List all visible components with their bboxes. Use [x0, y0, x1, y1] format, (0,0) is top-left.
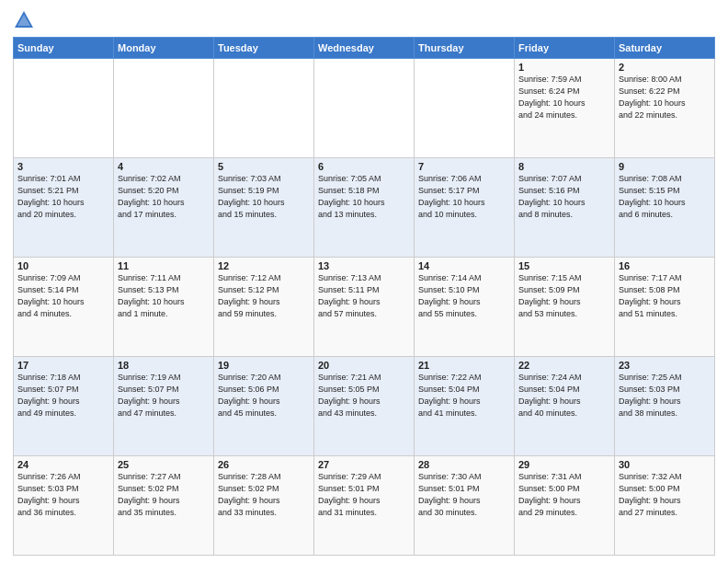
day-cell-3: 3Sunrise: 7:01 AM Sunset: 5:21 PM Daylig…	[14, 158, 114, 258]
empty-cell	[114, 59, 214, 158]
day-info: Sunrise: 7:29 AM Sunset: 5:01 PM Dayligh…	[318, 471, 410, 519]
day-info: Sunrise: 7:15 AM Sunset: 5:09 PM Dayligh…	[518, 272, 610, 320]
day-number: 23	[619, 360, 711, 371]
day-cell-13: 13Sunrise: 7:13 AM Sunset: 5:11 PM Dayli…	[314, 258, 415, 357]
day-cell-27: 27Sunrise: 7:29 AM Sunset: 5:01 PM Dayli…	[314, 456, 415, 556]
day-cell-12: 12Sunrise: 7:12 AM Sunset: 5:12 PM Dayli…	[214, 258, 314, 357]
empty-cell	[214, 59, 314, 158]
day-info: Sunrise: 7:27 AM Sunset: 5:02 PM Dayligh…	[118, 471, 210, 519]
day-cell-22: 22Sunrise: 7:24 AM Sunset: 5:04 PM Dayli…	[515, 357, 615, 456]
day-number: 25	[118, 459, 210, 470]
weekday-sunday: Sunday	[14, 38, 114, 59]
day-info: Sunrise: 7:14 AM Sunset: 5:10 PM Dayligh…	[418, 272, 510, 320]
weekday-saturday: Saturday	[615, 38, 715, 59]
day-cell-8: 8Sunrise: 7:07 AM Sunset: 5:16 PM Daylig…	[515, 158, 615, 258]
day-number: 9	[619, 161, 711, 172]
day-info: Sunrise: 7:28 AM Sunset: 5:02 PM Dayligh…	[218, 471, 310, 519]
empty-cell	[415, 59, 515, 158]
day-cell-2: 2Sunrise: 8:00 AM Sunset: 6:22 PM Daylig…	[615, 59, 715, 158]
day-number: 11	[118, 260, 210, 271]
day-info: Sunrise: 7:17 AM Sunset: 5:08 PM Dayligh…	[619, 272, 711, 320]
day-number: 15	[518, 260, 610, 271]
day-number: 17	[17, 360, 109, 371]
day-number: 13	[318, 260, 410, 271]
day-cell-19: 19Sunrise: 7:20 AM Sunset: 5:06 PM Dayli…	[214, 357, 314, 456]
day-number: 2	[619, 62, 711, 73]
empty-cell	[14, 59, 114, 158]
logo-icon	[13, 9, 35, 31]
weekday-monday: Monday	[114, 38, 214, 59]
day-number: 24	[17, 459, 109, 470]
weekday-wednesday: Wednesday	[314, 38, 415, 59]
day-cell-16: 16Sunrise: 7:17 AM Sunset: 5:08 PM Dayli…	[615, 258, 715, 357]
day-info: Sunrise: 7:12 AM Sunset: 5:12 PM Dayligh…	[218, 272, 310, 320]
day-number: 10	[17, 260, 109, 271]
day-number: 27	[318, 459, 410, 470]
day-info: Sunrise: 7:05 AM Sunset: 5:18 PM Dayligh…	[318, 173, 410, 221]
day-cell-25: 25Sunrise: 7:27 AM Sunset: 5:02 PM Dayli…	[114, 456, 214, 556]
day-info: Sunrise: 7:01 AM Sunset: 5:21 PM Dayligh…	[17, 173, 109, 221]
week-row-2: 10Sunrise: 7:09 AM Sunset: 5:14 PM Dayli…	[14, 258, 715, 357]
day-number: 5	[218, 161, 310, 172]
day-cell-11: 11Sunrise: 7:11 AM Sunset: 5:13 PM Dayli…	[114, 258, 214, 357]
day-info: Sunrise: 7:18 AM Sunset: 5:07 PM Dayligh…	[17, 372, 109, 419]
day-cell-21: 21Sunrise: 7:22 AM Sunset: 5:04 PM Dayli…	[415, 357, 515, 456]
day-info: Sunrise: 7:13 AM Sunset: 5:11 PM Dayligh…	[318, 272, 410, 320]
weekday-thursday: Thursday	[415, 38, 515, 59]
logo	[13, 9, 39, 31]
day-info: Sunrise: 7:06 AM Sunset: 5:17 PM Dayligh…	[418, 173, 510, 221]
week-row-0: 1Sunrise: 7:59 AM Sunset: 6:24 PM Daylig…	[14, 59, 715, 158]
day-cell-6: 6Sunrise: 7:05 AM Sunset: 5:18 PM Daylig…	[314, 158, 415, 258]
day-cell-14: 14Sunrise: 7:14 AM Sunset: 5:10 PM Dayli…	[415, 258, 515, 357]
weekday-friday: Friday	[515, 38, 615, 59]
day-info: Sunrise: 7:21 AM Sunset: 5:05 PM Dayligh…	[318, 372, 410, 419]
day-info: Sunrise: 7:24 AM Sunset: 5:04 PM Dayligh…	[518, 372, 610, 419]
day-cell-18: 18Sunrise: 7:19 AM Sunset: 5:07 PM Dayli…	[114, 357, 214, 456]
day-info: Sunrise: 7:30 AM Sunset: 5:01 PM Dayligh…	[418, 471, 510, 519]
day-cell-15: 15Sunrise: 7:15 AM Sunset: 5:09 PM Dayli…	[515, 258, 615, 357]
day-cell-5: 5Sunrise: 7:03 AM Sunset: 5:19 PM Daylig…	[214, 158, 314, 258]
weekday-tuesday: Tuesday	[214, 38, 314, 59]
day-number: 6	[318, 161, 410, 172]
day-cell-30: 30Sunrise: 7:32 AM Sunset: 5:00 PM Dayli…	[615, 456, 715, 556]
weekday-header-row: SundayMondayTuesdayWednesdayThursdayFrid…	[14, 38, 715, 59]
day-info: Sunrise: 7:07 AM Sunset: 5:16 PM Dayligh…	[518, 173, 610, 221]
day-number: 8	[518, 161, 610, 172]
header	[13, 9, 715, 31]
day-number: 3	[17, 161, 109, 172]
empty-cell	[314, 59, 415, 158]
day-cell-23: 23Sunrise: 7:25 AM Sunset: 5:03 PM Dayli…	[615, 357, 715, 456]
day-number: 20	[318, 360, 410, 371]
day-info: Sunrise: 7:08 AM Sunset: 5:15 PM Dayligh…	[619, 173, 711, 221]
day-number: 1	[518, 62, 610, 73]
day-number: 4	[118, 161, 210, 172]
week-row-3: 17Sunrise: 7:18 AM Sunset: 5:07 PM Dayli…	[14, 357, 715, 456]
day-info: Sunrise: 7:20 AM Sunset: 5:06 PM Dayligh…	[218, 372, 310, 419]
calendar-table: SundayMondayTuesdayWednesdayThursdayFrid…	[13, 37, 715, 556]
day-info: Sunrise: 7:22 AM Sunset: 5:04 PM Dayligh…	[418, 372, 510, 419]
day-info: Sunrise: 7:59 AM Sunset: 6:24 PM Dayligh…	[518, 74, 610, 121]
day-number: 28	[418, 459, 510, 470]
day-cell-29: 29Sunrise: 7:31 AM Sunset: 5:00 PM Dayli…	[515, 456, 615, 556]
day-info: Sunrise: 7:19 AM Sunset: 5:07 PM Dayligh…	[118, 372, 210, 419]
day-info: Sunrise: 7:31 AM Sunset: 5:00 PM Dayligh…	[518, 471, 610, 519]
day-number: 22	[518, 360, 610, 371]
day-cell-26: 26Sunrise: 7:28 AM Sunset: 5:02 PM Dayli…	[214, 456, 314, 556]
day-number: 16	[619, 260, 711, 271]
day-number: 18	[118, 360, 210, 371]
day-cell-20: 20Sunrise: 7:21 AM Sunset: 5:05 PM Dayli…	[314, 357, 415, 456]
day-cell-17: 17Sunrise: 7:18 AM Sunset: 5:07 PM Dayli…	[14, 357, 114, 456]
day-info: Sunrise: 7:26 AM Sunset: 5:03 PM Dayligh…	[17, 471, 109, 519]
day-number: 30	[619, 459, 711, 470]
day-info: Sunrise: 7:32 AM Sunset: 5:00 PM Dayligh…	[619, 471, 711, 519]
day-info: Sunrise: 7:25 AM Sunset: 5:03 PM Dayligh…	[619, 372, 711, 419]
day-cell-28: 28Sunrise: 7:30 AM Sunset: 5:01 PM Dayli…	[415, 456, 515, 556]
day-cell-1: 1Sunrise: 7:59 AM Sunset: 6:24 PM Daylig…	[515, 59, 615, 158]
day-cell-7: 7Sunrise: 7:06 AM Sunset: 5:17 PM Daylig…	[415, 158, 515, 258]
day-number: 19	[218, 360, 310, 371]
day-info: Sunrise: 7:02 AM Sunset: 5:20 PM Dayligh…	[118, 173, 210, 221]
day-number: 14	[418, 260, 510, 271]
day-info: Sunrise: 7:11 AM Sunset: 5:13 PM Dayligh…	[118, 272, 210, 320]
day-number: 7	[418, 161, 510, 172]
day-number: 26	[218, 459, 310, 470]
